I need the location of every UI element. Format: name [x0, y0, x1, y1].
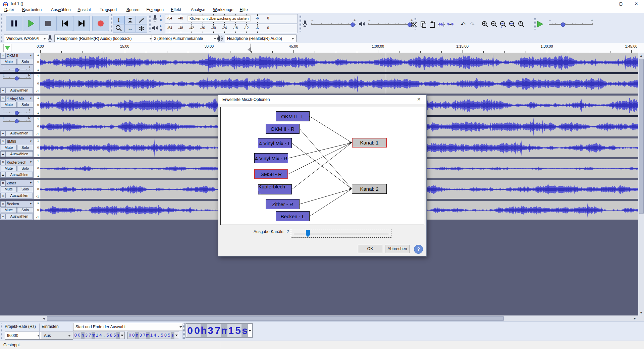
track-menu-icon[interactable]: ▼ [30, 140, 32, 143]
time-spinner-icon[interactable] [175, 335, 178, 336]
slider-thumb[interactable] [306, 230, 310, 237]
track-name[interactable]: 4 Vinyl Mix [6, 96, 33, 102]
recording-device-dropdown[interactable]: Headphone (Realtek(R) Audio) (loopback) [54, 35, 154, 42]
track-close-button[interactable]: ✕ [0, 201, 6, 207]
project-rate-dropdown[interactable]: 96000 [5, 332, 42, 340]
selection-end-field[interactable]: 00h37m14,585s [127, 332, 179, 339]
track-name[interactable]: Becken [6, 201, 33, 207]
time-spinner-icon[interactable] [249, 330, 251, 332]
clip-boundary[interactable] [386, 74, 386, 94]
hscroll-thumb[interactable] [47, 316, 504, 321]
zoom-tool[interactable] [113, 24, 124, 33]
zoom-toggle-button[interactable] [517, 20, 525, 28]
toolbar-grip[interactable] [1, 14, 2, 32]
track-name[interactable]: Zither [6, 180, 33, 186]
playback-meter-icon[interactable] [151, 24, 159, 31]
source-box-sm58-r[interactable]: SM58 - R [254, 169, 288, 179]
collapse-button[interactable]: ▲ [0, 193, 6, 198]
record-button[interactable] [92, 16, 109, 31]
source-box-okm-ii-r[interactable]: OKM II - R [266, 124, 300, 134]
timeshift-tool[interactable]: ↔ [124, 24, 136, 33]
track-close-button[interactable]: ✕ [0, 160, 6, 165]
zoom-selection-button[interactable] [499, 20, 507, 28]
minimize-button[interactable]: – [598, 0, 613, 7]
snap-dropdown[interactable]: Aus [42, 332, 73, 340]
track-menu-icon[interactable]: ▼ [30, 202, 32, 205]
selection-tool[interactable]: I [113, 16, 124, 24]
menu-datei[interactable]: Datei [1, 7, 17, 13]
toolbar-grip[interactable] [1, 35, 2, 42]
trim-button[interactable] [437, 20, 445, 28]
envelope-tool[interactable] [124, 16, 136, 24]
timeline-pin-button[interactable] [3, 44, 11, 52]
channel-box-1[interactable]: Kanal: 1 [352, 138, 387, 148]
track-close-button[interactable]: ✕ [0, 53, 6, 59]
selection-mode-dropdown[interactable]: Start und Ende der Auswahl [73, 323, 184, 331]
track-name[interactable]: SM58 [6, 138, 33, 144]
menu-spuren[interactable]: Spuren [123, 7, 143, 13]
zoom-fit-button[interactable] [508, 20, 516, 28]
timeline-ruler[interactable]: 0:0015:0030:0045:001:00:001:15:001:30:00… [0, 43, 644, 53]
scroll-up-arrow[interactable]: ▲ [639, 53, 643, 58]
waveform[interactable] [40, 74, 638, 94]
cancel-button[interactable]: Abbrechen [385, 245, 410, 253]
zoom-in-button[interactable] [481, 20, 489, 28]
toolbar-grip[interactable] [183, 324, 185, 339]
mute-button[interactable]: Mute [1, 207, 17, 213]
menu-hilfe[interactable]: Hilfe [237, 7, 251, 13]
pan-slider-thumb[interactable] [15, 119, 19, 123]
source-box-4-vinyl-mix-l[interactable]: 4 Vinyl Mix - L [258, 138, 292, 148]
scroll-left-arrow[interactable]: ◄ [42, 316, 46, 321]
draw-tool[interactable] [136, 16, 147, 24]
mute-button[interactable]: Mute [1, 166, 17, 171]
select-track-button[interactable]: Auswählen [6, 88, 33, 93]
select-track-button[interactable]: Auswählen [6, 214, 33, 219]
vertical-scrollbar[interactable]: ▲▼ [638, 53, 644, 315]
clip-boundary[interactable] [386, 53, 386, 72]
play-at-speed-button[interactable] [537, 21, 544, 27]
solo-button[interactable]: Solo [17, 102, 33, 108]
select-track-button[interactable]: Auswählen [6, 172, 33, 178]
zoom-out-button[interactable] [490, 20, 498, 28]
recording-meter[interactable]: -54-48-42-36-30-24-18-12-60Klicken um Üb… [165, 14, 298, 23]
undo-button[interactable]: ↶ [459, 20, 467, 28]
track-name[interactable]: Kupferblech [6, 159, 33, 165]
toolbar-grip[interactable] [534, 18, 536, 30]
scroll-down-arrow[interactable]: ▼ [639, 310, 643, 315]
time-spinner-icon[interactable] [121, 335, 123, 336]
playback-meter[interactable]: -54-48-42-36-30-24-18-12-60 [165, 24, 298, 33]
solo-button[interactable]: Solo [17, 186, 33, 192]
scroll-right-arrow[interactable]: ► [633, 316, 637, 321]
track-close-button[interactable]: ✕ [0, 180, 6, 186]
toolbar-grip[interactable] [111, 14, 112, 32]
toolbar-grip[interactable] [1, 324, 2, 339]
audio-position-display[interactable]: 00h37m15s [185, 323, 253, 338]
recording-meter-icon[interactable] [151, 15, 159, 22]
track-menu-icon[interactable]: ▼ [30, 181, 32, 184]
play-button[interactable] [23, 16, 40, 31]
close-button[interactable]: ✕ [629, 0, 644, 7]
paste-button[interactable] [428, 20, 436, 28]
recording-channels-dropdown[interactable]: 2 (Stereo) Aufnahmekanäle [152, 35, 219, 42]
menu-bearbeiten[interactable]: Bearbeiten [19, 7, 45, 13]
source-box-4-vinyl-mix-r[interactable]: 4 Vinyl Mix - R [254, 153, 288, 163]
mute-button[interactable]: Mute [1, 59, 17, 65]
stop-button[interactable] [40, 16, 56, 31]
mute-button[interactable]: Mute [1, 145, 17, 151]
pan-slider-thumb[interactable] [15, 76, 19, 80]
toolbar-grip[interactable] [149, 15, 151, 32]
gain-slider-thumb[interactable] [15, 68, 19, 72]
collapse-button[interactable]: ▲ [0, 130, 6, 136]
source-box-okm-ii-l[interactable]: OKM II - L [276, 111, 310, 121]
cut-button[interactable] [410, 20, 418, 28]
timeline-cursor-handle[interactable] [248, 47, 251, 52]
mixing-diagram-canvas[interactable]: OKM II - LOKM II - R4 Vinyl Mix - L4 Vin… [220, 107, 424, 225]
waveform[interactable] [40, 53, 638, 72]
audio-host-dropdown[interactable]: Windows WASAPI [4, 35, 48, 42]
redo-button[interactable]: ↷ [468, 20, 476, 28]
selection-start-field[interactable]: 00h37m14,585s [73, 332, 125, 339]
track-name[interactable]: OKM II [6, 53, 33, 59]
output-channels-slider[interactable] [291, 229, 391, 238]
source-box-zither-r[interactable]: Zither - R [266, 199, 300, 209]
collapse-button[interactable]: ▲ [0, 214, 6, 219]
